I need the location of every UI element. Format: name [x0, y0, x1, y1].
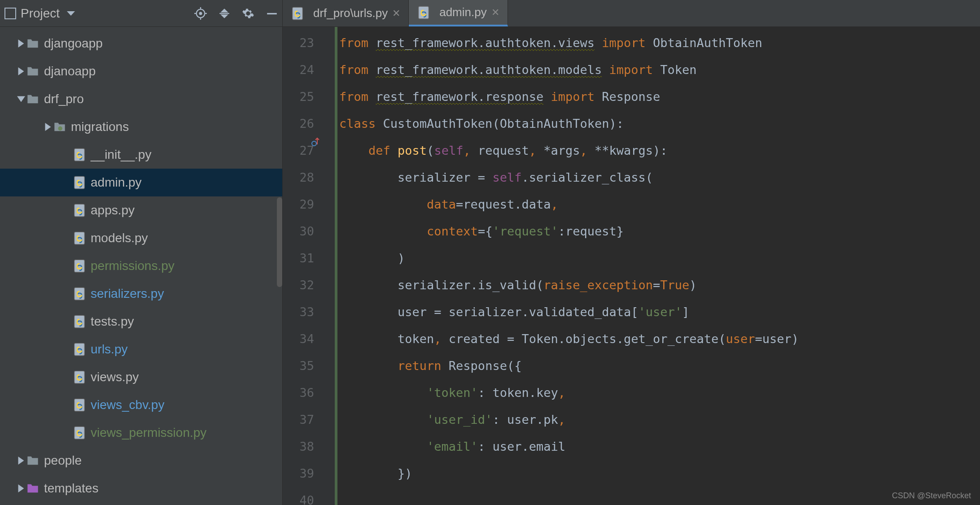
tree-item-views-cbv-py[interactable]: ▶views_cbv.py: [0, 391, 282, 419]
tab-admin-py[interactable]: admin.py✕: [409, 0, 508, 26]
tree-label: views_permission.py: [91, 426, 206, 440]
code-line[interactable]: from rest_framework.response import Resp…: [339, 83, 980, 110]
tab-label: admin.py: [439, 5, 487, 19]
svg-point-43: [312, 141, 316, 146]
line-number: 32: [283, 272, 314, 299]
code-line[interactable]: 'user_id': user.pk,: [339, 406, 980, 433]
tree-item-drf-pro[interactable]: drf_pro: [0, 85, 282, 113]
code-line[interactable]: serializer.is_valid(raise_exception=True…: [339, 272, 980, 299]
line-number: 25: [283, 83, 314, 110]
line-number: 29: [283, 191, 314, 218]
pkg-icon: [53, 122, 66, 132]
editor-pane: drf_pro\urls.py✕admin.py✕ 23242526272829…: [283, 0, 980, 505]
folder-icon: [26, 66, 39, 77]
code-line[interactable]: from rest_framework.authtoken.views impo…: [339, 30, 980, 57]
tree-item-models-py[interactable]: ▶models.py: [0, 224, 282, 252]
caret-icon[interactable]: [16, 484, 26, 492]
tree-label: templates: [44, 481, 98, 496]
close-icon[interactable]: ✕: [491, 7, 499, 18]
tree-item-apps-py[interactable]: ▶apps.py: [0, 196, 282, 224]
project-icon: [4, 8, 16, 19]
line-number: 38: [283, 433, 314, 460]
fold-column[interactable]: [322, 27, 335, 505]
py-icon: [73, 287, 86, 300]
tree-label: serializers.py: [91, 287, 164, 301]
caret-icon[interactable]: [43, 123, 53, 131]
code-line[interactable]: return Response({: [339, 353, 980, 379]
settings-icon[interactable]: [242, 7, 254, 20]
close-icon[interactable]: ✕: [392, 8, 400, 19]
code-line[interactable]: 'token': token.key,: [339, 379, 980, 406]
tree-label: migrations: [71, 120, 129, 134]
locate-icon[interactable]: [194, 7, 207, 20]
py-icon: [73, 259, 86, 273]
svg-marker-10: [18, 39, 24, 48]
tree-item-people[interactable]: people: [0, 447, 282, 475]
tab-label: drf_pro\urls.py: [313, 6, 388, 20]
line-number: 30: [283, 218, 314, 245]
tree-label: views.py: [91, 370, 139, 384]
tree-label: apps.py: [91, 203, 135, 218]
line-number: 31: [283, 245, 314, 272]
code-line[interactable]: ): [339, 245, 980, 272]
caret-icon[interactable]: [16, 67, 26, 75]
tree-item-urls-py[interactable]: ▶urls.py: [0, 335, 282, 363]
tree-item-tests-py[interactable]: ▶tests.py: [0, 308, 282, 335]
svg-marker-6: [220, 9, 228, 13]
code-line[interactable]: class CustomAuthToken(ObtainAuthToken):: [339, 110, 980, 137]
tree-label: admin.py: [91, 175, 142, 190]
svg-marker-12: [17, 96, 25, 102]
code-line[interactable]: from rest_framework.authtoken.models imp…: [339, 57, 980, 83]
code-line[interactable]: def post(self, request, *args, **kwargs)…: [339, 137, 980, 164]
tree-item-djanoapp[interactable]: djanoapp: [0, 57, 282, 85]
caret-icon[interactable]: [16, 457, 26, 465]
code-line[interactable]: }): [339, 460, 980, 487]
tree-item-templates[interactable]: templates: [0, 475, 282, 502]
tree-item-serializers-py[interactable]: ▶serializers.py: [0, 280, 282, 308]
code-line[interactable]: [339, 487, 980, 505]
caret-icon[interactable]: [16, 39, 26, 48]
project-tree[interactable]: djangoappdjanoappdrf_promigrations▶__ini…: [0, 27, 282, 505]
code-line[interactable]: user = serializer.validated_data['user']: [339, 299, 980, 326]
tree-item-views-permission-py[interactable]: ▶views_permission.py: [0, 419, 282, 447]
tree-label: drf_pro: [44, 92, 84, 106]
tpl-icon: [26, 483, 39, 494]
project-dropdown-icon[interactable]: [67, 11, 75, 16]
code-editor[interactable]: from rest_framework.authtoken.views impo…: [337, 27, 980, 505]
py-icon: [73, 148, 86, 161]
py-icon: [73, 176, 86, 189]
line-number: 34: [283, 326, 314, 353]
code-line[interactable]: token, created = Token.objects.get_or_cr…: [339, 326, 980, 353]
project-title[interactable]: Project: [21, 6, 60, 21]
line-number: 36: [283, 379, 314, 406]
tree-label: people: [44, 453, 82, 468]
py-icon: [73, 398, 86, 412]
project-sidebar: Project djangoappdjanoappdrf_promigratio…: [0, 0, 283, 505]
tree-item-permissions-py[interactable]: ▶permissions.py: [0, 252, 282, 280]
python-file-icon: [417, 6, 430, 19]
py-icon: [73, 343, 86, 356]
code-line[interactable]: data=request.data,: [339, 191, 980, 218]
folder-icon: [26, 38, 39, 49]
python-file-icon: [291, 7, 304, 20]
tree-item-views-py[interactable]: ▶views.py: [0, 363, 282, 391]
hide-icon[interactable]: [266, 8, 278, 19]
line-number: 26: [283, 110, 314, 137]
code-line[interactable]: context={'request':request}: [339, 218, 980, 245]
tab-drf-pro-urls-py[interactable]: drf_pro\urls.py✕: [283, 0, 409, 26]
override-marker-icon[interactable]: [311, 137, 320, 146]
tree-item-djangoapp[interactable]: djangoapp: [0, 30, 282, 57]
line-number: 39: [283, 460, 314, 487]
caret-icon[interactable]: [16, 96, 26, 102]
tree-label: urls.py: [91, 342, 127, 357]
svg-point-1: [200, 12, 202, 14]
line-number: 28: [283, 164, 314, 191]
code-line[interactable]: serializer = self.serializer_class(: [339, 164, 980, 191]
tree-item--init-py[interactable]: ▶__init__.py: [0, 141, 282, 169]
code-line[interactable]: 'email': user.email: [339, 433, 980, 460]
sidebar-scrollbar[interactable]: [277, 197, 282, 287]
expand-all-icon[interactable]: [219, 8, 230, 19]
tree-item-migrations[interactable]: migrations: [0, 113, 282, 141]
svg-rect-7: [219, 13, 229, 13]
tree-item-admin-py[interactable]: ▶admin.py: [0, 169, 282, 196]
